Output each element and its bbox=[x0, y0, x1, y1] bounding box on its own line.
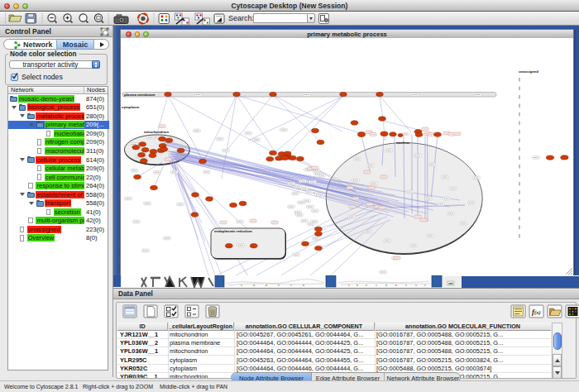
svg-text:plasma membrane: plasma membrane bbox=[124, 93, 156, 97]
svg-text:f(x): f(x) bbox=[532, 308, 541, 316]
svg-text:endoplasmic reticulum: endoplasmic reticulum bbox=[214, 229, 252, 233]
svg-text:unassigned: unassigned bbox=[519, 69, 538, 74]
svg-text:mitochondrion: mitochondrion bbox=[144, 130, 169, 134]
svg-text:cytoplasm: cytoplasm bbox=[122, 105, 139, 109]
svg-text:nucleus: nucleus bbox=[396, 141, 410, 145]
